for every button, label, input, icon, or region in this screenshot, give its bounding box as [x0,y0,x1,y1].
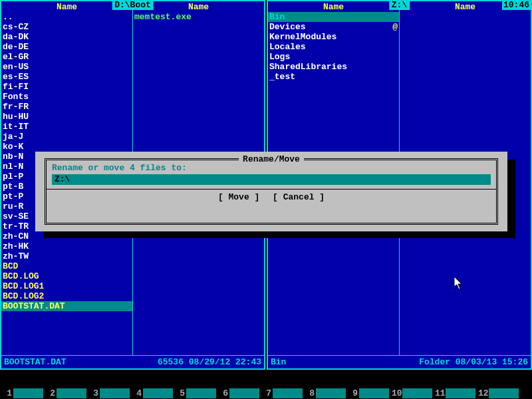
file-row[interactable]: BCD.LOG2 [1,291,132,301]
file-row[interactable]: fr-FR [1,102,132,112]
right-status-bar: Bin Folder 08/03/13 15:26 [268,355,531,368]
file-row[interactable]: Logs [268,52,399,62]
cancel-button[interactable]: [ Cancel ] [273,192,325,202]
fkey-12[interactable]: 12 [478,388,519,398]
file-row[interactable]: hu-HU [1,112,132,122]
fkey-6[interactable]: 6 [219,388,259,398]
file-row[interactable]: SharedLibraries [268,62,399,72]
file-row[interactable]: fi-FI [1,82,132,92]
file-row[interactable]: BCD.LOG [1,271,132,281]
fkey-8[interactable]: 8 [305,388,346,398]
file-row[interactable]: el-GR [1,52,132,62]
fkey-3[interactable]: 3 [89,388,130,398]
file-row[interactable]: BCD.LOG1 [1,281,132,291]
file-row[interactable]: KernelModules [268,32,399,42]
file-row[interactable]: es-ES [1,72,132,82]
file-row[interactable]: zh-TW [1,251,132,261]
file-row[interactable]: _test [268,72,399,82]
column-header[interactable]: Name [268,1,400,12]
fkey-4[interactable]: 4 [132,388,173,398]
left-status-bar: BOOTSTAT.DAT 65536 08/29/12 22:43 [1,355,264,368]
file-row[interactable]: Bin [268,12,399,22]
fkey-2[interactable]: 2 [46,388,86,398]
file-row[interactable]: en-US [1,62,132,72]
file-row[interactable]: de-DE [1,42,132,52]
status-fileinfo: Folder 08/03/13 15:26 [419,357,528,367]
file-row[interactable]: it-IT [1,122,132,132]
fkey-1[interactable]: 1 [3,388,43,398]
status-fileinfo: 65536 08/29/12 22:43 [158,357,261,367]
fkey-9[interactable]: 9 [348,388,389,398]
file-row[interactable]: Devices@ [268,22,399,32]
status-filename: BOOTSTAT.DAT [4,357,158,367]
file-row[interactable]: Locales [268,42,399,52]
left-panel-path[interactable]: D:\Boot [112,0,154,10]
file-row[interactable]: .. [1,12,132,22]
rename-move-dialog: Rename/Move Rename or move 4 files to: Z… [35,152,507,231]
file-row[interactable]: BCD [1,261,132,271]
fkey-11[interactable]: 11 [435,388,475,398]
file-row[interactable]: memtest.exe [133,12,264,22]
status-filename: Bin [271,357,419,367]
fkey-5[interactable]: 5 [176,388,216,398]
move-button[interactable]: [ Move ] [218,192,259,202]
right-panel-path[interactable]: Z:\ [389,0,410,10]
file-row[interactable]: Fonts [1,92,132,102]
fkey-7[interactable]: 7 [262,388,303,398]
dialog-title: Rename/Move [239,154,304,164]
clock: 10:46 [502,0,531,10]
file-row[interactable]: cs-CZ [1,22,132,32]
file-row[interactable]: ja-J [1,132,132,142]
function-key-bar: 123456789101112 [0,387,532,399]
file-row[interactable]: ko-K [1,142,132,152]
fkey-10[interactable]: 10 [392,388,432,398]
file-row[interactable]: zh-HK [1,241,132,251]
file-row[interactable]: da-DK [1,32,132,42]
file-row[interactable]: BOOTSTAT.DAT [1,301,132,311]
destination-input[interactable]: Z:\ [52,174,491,185]
